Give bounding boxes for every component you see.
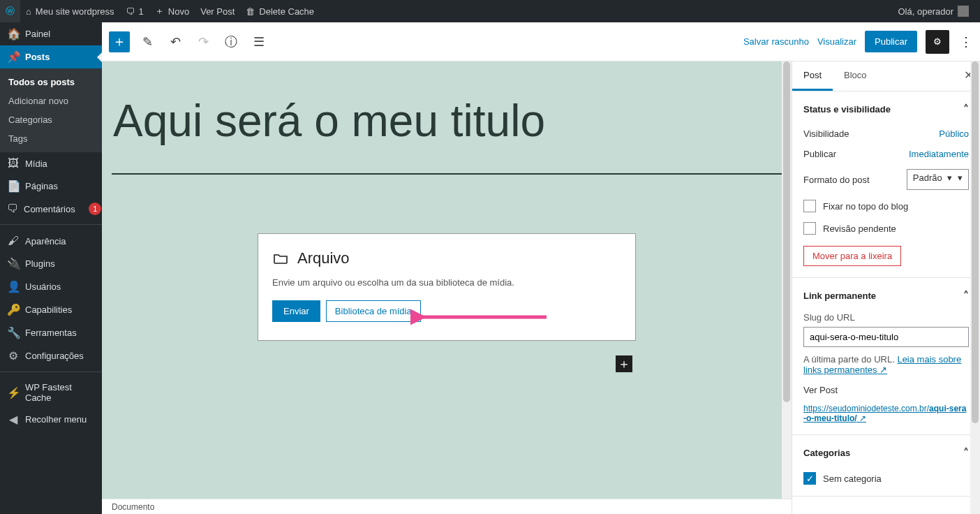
- wrench-icon: 🔧: [7, 326, 20, 339]
- sidebar-label: WP Fastest Cache: [25, 382, 95, 403]
- separator-block[interactable]: [112, 173, 782, 175]
- sidebar-label: Comentários: [24, 204, 75, 214]
- collapse-icon: ◀: [7, 413, 20, 426]
- save-draft-link[interactable]: Salvar rascunho: [743, 36, 809, 47]
- wp-logo[interactable]: ⓦ: [0, 0, 20, 22]
- site-name[interactable]: ⌂Meu site wordpress: [20, 0, 120, 22]
- scrollbar-thumb[interactable]: [972, 61, 979, 423]
- trash-icon: 🗑: [246, 6, 255, 17]
- checkbox[interactable]: [803, 200, 816, 212]
- sidebar-item-appearance[interactable]: 🖌Aparência: [0, 230, 102, 252]
- undo-button[interactable]: ↶: [165, 30, 186, 54]
- comment-icon: 🗨: [126, 6, 135, 17]
- new-label: Novo: [168, 6, 189, 17]
- panel-header[interactable]: Status e visibilidade˄: [803, 100, 969, 119]
- publish-label: Publicar: [803, 149, 836, 159]
- kebab-icon: ⋮: [960, 35, 972, 49]
- info-button[interactable]: ⓘ: [221, 30, 242, 54]
- admin-sidebar: 🏠Painel 📌Posts Todos os posts Adicionar …: [0, 22, 102, 514]
- post-format-row: Formato do post Padrão ▾: [803, 169, 969, 190]
- view-post-label: Ver Post: [803, 385, 969, 395]
- undo-icon: ↶: [170, 34, 181, 50]
- checkbox-checked[interactable]: ✓: [803, 472, 816, 485]
- sidebar-item-plugins[interactable]: 🔌Plugins: [0, 252, 102, 275]
- sidebar-item-comments[interactable]: 🗨Comentários 1: [0, 198, 102, 220]
- sidebar-item-wpfc[interactable]: ⚡WP Fastest Cache: [0, 377, 102, 408]
- visibility-row: Visibilidade Público: [803, 128, 969, 139]
- publish-button[interactable]: Publicar: [865, 31, 917, 52]
- sidebar-label: Configurações: [25, 351, 84, 361]
- key-icon: 🔑: [7, 303, 20, 316]
- edit-mode-button[interactable]: ✎: [137, 30, 158, 54]
- insert-block-button[interactable]: ＋: [616, 355, 632, 372]
- submenu-all-posts[interactable]: Todos os posts: [0, 73, 102, 91]
- publish-value[interactable]: Imediatamente: [909, 149, 969, 159]
- sidebar-item-dashboard[interactable]: 🏠Painel: [0, 22, 102, 45]
- post-title[interactable]: Aqui será o meu titulo: [113, 96, 782, 145]
- breadcrumb-item[interactable]: Documento: [112, 502, 154, 512]
- pending-label: Revisão pendente: [823, 223, 896, 234]
- tab-block[interactable]: Bloco: [833, 61, 878, 91]
- more-menu-button[interactable]: ⋮: [958, 34, 974, 50]
- permalink-url[interactable]: https://seudominiodeteste.com.br/aqui-se…: [803, 404, 969, 423]
- submenu-tags[interactable]: Tags: [0, 129, 102, 148]
- comments-count: 1: [139, 6, 144, 17]
- slug-input[interactable]: [803, 327, 969, 347]
- post-format-select[interactable]: Padrão ▾: [907, 169, 969, 190]
- scrollbar-thumb[interactable]: [783, 61, 790, 402]
- tab-post[interactable]: Post: [792, 61, 833, 91]
- account-menu[interactable]: Olá, operador: [893, 0, 975, 22]
- outline-button[interactable]: ☰: [248, 30, 269, 54]
- sidebar-item-settings[interactable]: ⚙Configurações: [0, 344, 102, 367]
- settings-button[interactable]: ⚙: [926, 30, 949, 54]
- media-library-button[interactable]: Biblioteca de mídia: [326, 300, 421, 322]
- upload-button[interactable]: Enviar: [272, 300, 320, 322]
- pending-checkbox-row[interactable]: Revisão pendente: [803, 222, 969, 235]
- plus-icon: ＋: [155, 5, 164, 17]
- sidebar-item-tools[interactable]: 🔧Ferramentas: [0, 321, 102, 344]
- plus-icon: ＋: [618, 355, 630, 372]
- submenu-add-new[interactable]: Adicionar novo: [0, 91, 102, 110]
- sidebar-item-pages[interactable]: 📄Páginas: [0, 175, 102, 198]
- media-icon: 🖼: [7, 157, 20, 170]
- publish-row: Publicar Imediatamente: [803, 149, 969, 159]
- view-post[interactable]: Ver Post: [195, 0, 240, 22]
- sidebar-collapse[interactable]: ◀Recolher menu: [0, 408, 102, 431]
- sidebar-label: Ferramentas: [25, 328, 77, 338]
- sidebar-item-media[interactable]: 🖼Mídia: [0, 152, 102, 175]
- checkbox[interactable]: [803, 222, 816, 235]
- chevron-up-icon: ˄: [963, 103, 969, 116]
- panel-header[interactable]: Categorias˄: [803, 443, 969, 462]
- sidebar-separator: [0, 224, 102, 230]
- sidebar-label: Aparência: [25, 236, 66, 247]
- panel-title: Categorias: [803, 448, 850, 458]
- panel-title: Status e visibilidade: [803, 104, 891, 115]
- add-block-button[interactable]: ＋: [109, 31, 130, 52]
- redo-button[interactable]: ↷: [193, 30, 214, 54]
- avatar: [958, 6, 969, 17]
- canvas-scrollbar[interactable]: [782, 61, 792, 499]
- submenu-categories[interactable]: Categorias: [0, 110, 102, 129]
- preview-link[interactable]: Visualizar: [817, 36, 856, 47]
- comments-link[interactable]: 🗨1: [120, 0, 149, 22]
- category-uncategorized[interactable]: ✓Sem categoria: [803, 472, 969, 485]
- visibility-value[interactable]: Público: [939, 128, 969, 139]
- move-to-trash-button[interactable]: Mover para a lixeira: [803, 246, 901, 266]
- view-post-label: Ver Post: [200, 6, 235, 17]
- sidebar-label: Posts: [25, 52, 50, 62]
- right-sidebar-scrollbar[interactable]: [970, 61, 980, 514]
- slug-label: Slug do URL: [803, 312, 969, 323]
- panel-header[interactable]: Link permanente˄: [803, 286, 969, 305]
- delete-cache[interactable]: 🗑Delete Cache: [240, 0, 320, 22]
- sidebar-item-users[interactable]: 👤Usuários: [0, 275, 102, 298]
- sidebar-label: Recolher menu: [25, 414, 87, 425]
- info-icon: ⓘ: [225, 34, 237, 50]
- sidebar-label: Painel: [25, 29, 50, 39]
- editor-canvas[interactable]: Aqui será o meu titulo Arquivo Envie um …: [102, 61, 792, 499]
- sidebar-item-posts[interactable]: 📌Posts: [0, 45, 102, 68]
- delete-cache-label: Delete Cache: [259, 6, 314, 17]
- sidebar-item-capabilities[interactable]: 🔑Capabilities: [0, 298, 102, 321]
- stick-checkbox-row[interactable]: Fixar no topo do blog: [803, 200, 969, 212]
- new-content[interactable]: ＋Novo: [149, 0, 195, 22]
- file-block-placeholder[interactable]: Arquivo Envie um arquivo ou escolha um d…: [258, 233, 636, 341]
